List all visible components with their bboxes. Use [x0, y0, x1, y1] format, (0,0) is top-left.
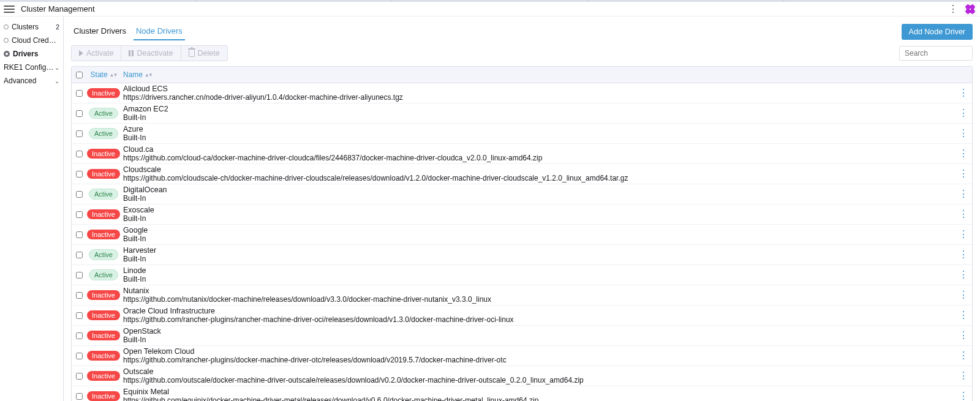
row-checkbox[interactable]: [76, 90, 83, 97]
row-kebab-icon[interactable]: ⋮: [959, 190, 968, 198]
status-badge: Inactive: [87, 209, 120, 219]
row-checkbox[interactable]: [76, 292, 83, 299]
driver-source: https://drivers.rancher.cn/node-driver-a…: [123, 93, 955, 102]
row-kebab-icon[interactable]: ⋮: [959, 312, 968, 319]
sidebar: Clusters2Cloud CredentialsDriversRKE1 Co…: [0, 17, 64, 401]
sidebar-group-rke1-configuration[interactable]: RKE1 Configuration⌄: [0, 61, 63, 74]
row-checkbox[interactable]: [76, 151, 83, 157]
driver-source: Built-In: [123, 133, 955, 142]
row-kebab-icon[interactable]: ⋮: [959, 130, 968, 137]
table-row: InactiveOpen Telekom Cloudhttps://github…: [72, 346, 972, 366]
table-header: State ▲▼ Name ▲▼: [72, 67, 972, 83]
row-checkbox[interactable]: [76, 312, 83, 319]
search-input[interactable]: [899, 46, 973, 61]
driver-source: Built-In: [123, 214, 955, 223]
driver-source: https://github.com/nutanix/docker-machin…: [123, 295, 955, 304]
row-kebab-icon[interactable]: ⋮: [959, 89, 968, 97]
table-row: ActiveLinodeBuilt-In⋮: [72, 265, 972, 285]
sidebar-badge: 2: [56, 23, 59, 31]
row-kebab-icon[interactable]: ⋮: [959, 110, 968, 117]
table-row: InactiveAlicloud ECShttps://drivers.ranc…: [72, 83, 972, 103]
table-row: ActiveDigitalOceanBuilt-In⋮: [72, 184, 972, 204]
tabs: Cluster DriversNode Drivers: [71, 23, 185, 40]
row-checkbox[interactable]: [76, 171, 83, 178]
select-all-checkbox[interactable]: [76, 72, 83, 78]
row-checkbox[interactable]: [76, 393, 83, 400]
table-row: InactiveExoscaleBuilt-In⋮: [72, 204, 972, 225]
driver-source: Built-In: [123, 255, 955, 263]
driver-source: https://github.com/cloudscale-ch/docker-…: [123, 174, 955, 182]
sidebar-item-cloud-credentials[interactable]: Cloud Credentials: [0, 34, 63, 47]
driver-name: Exoscale: [123, 206, 955, 214]
row-kebab-icon[interactable]: ⋮: [959, 251, 968, 258]
row-checkbox[interactable]: [76, 191, 83, 198]
row-kebab-icon[interactable]: ⋮: [959, 332, 968, 339]
column-state[interactable]: State ▲▼: [91, 70, 117, 79]
column-name[interactable]: Name ▲▼: [123, 70, 955, 79]
status-badge: Inactive: [87, 391, 120, 401]
row-checkbox[interactable]: [76, 110, 83, 117]
dot-fill-icon: [4, 51, 10, 57]
page-title: Cluster Management: [21, 4, 95, 13]
circle-icon: [4, 24, 9, 29]
add-node-driver-button[interactable]: Add Node Driver: [902, 24, 973, 40]
sidebar-item-drivers[interactable]: Drivers: [0, 47, 63, 61]
activate-button[interactable]: Activate: [71, 45, 121, 61]
driver-name: Alicloud ECS: [123, 84, 955, 93]
row-checkbox[interactable]: [76, 252, 83, 258]
row-kebab-icon[interactable]: ⋮: [959, 352, 968, 359]
row-checkbox[interactable]: [76, 231, 83, 238]
app-header: Cluster Management ⋮: [0, 2, 980, 17]
row-kebab-icon[interactable]: ⋮: [959, 150, 968, 157]
sidebar-item-clusters[interactable]: Clusters2: [0, 20, 63, 34]
driver-name: Oracle Cloud Infrastructure: [123, 307, 955, 315]
menu-toggle-icon[interactable]: [4, 6, 15, 13]
trash-icon: [189, 50, 195, 57]
table-row: ActiveHarvesterBuilt-In⋮: [72, 245, 972, 265]
tab-node-drivers[interactable]: Node Drivers: [134, 23, 185, 40]
tab-cluster-drivers[interactable]: Cluster Drivers: [71, 23, 129, 40]
sidebar-group-label: RKE1 Configuration: [4, 63, 55, 72]
driver-source: Built-In: [123, 194, 955, 203]
delete-button[interactable]: Delete: [181, 45, 228, 61]
sidebar-item-label: Drivers: [13, 50, 59, 58]
driver-name: Open Telekom Cloud: [123, 347, 955, 356]
row-checkbox[interactable]: [76, 373, 83, 380]
browser-tab-strip: [0, 0, 980, 2]
status-badge: Active: [89, 189, 118, 200]
driver-source: Built-In: [123, 113, 955, 122]
row-checkbox[interactable]: [76, 211, 83, 218]
status-badge: Inactive: [87, 310, 120, 320]
table-row: ActiveAmazon EC2Built-In⋮: [72, 103, 972, 124]
drivers-table: State ▲▼ Name ▲▼ InactiveAlicloud ECShtt…: [71, 66, 973, 401]
row-kebab-icon[interactable]: ⋮: [959, 392, 968, 400]
table-row: InactiveOpenStackBuilt-In⋮: [72, 326, 972, 346]
row-kebab-icon[interactable]: ⋮: [959, 231, 968, 238]
bulk-action-group: Activate Deactivate Delete: [71, 45, 228, 61]
table-row: InactiveCloud.cahttps://github.com/cloud…: [72, 144, 972, 164]
play-icon: [79, 50, 83, 56]
row-kebab-icon[interactable]: ⋮: [959, 291, 968, 299]
row-checkbox[interactable]: [76, 353, 83, 359]
row-kebab-icon[interactable]: ⋮: [959, 211, 968, 218]
row-checkbox[interactable]: [76, 130, 83, 137]
row-kebab-icon[interactable]: ⋮: [959, 271, 968, 279]
table-row: ActiveAzureBuilt-In⋮: [72, 124, 972, 144]
sidebar-item-label: Clusters: [12, 23, 56, 31]
driver-source: https://github.com/equinix/docker-machin…: [123, 396, 955, 401]
status-badge: Inactive: [87, 88, 120, 98]
avatar[interactable]: [964, 3, 976, 15]
status-badge: Active: [89, 108, 118, 119]
driver-name: Azure: [123, 125, 955, 133]
driver-source: https://github.com/cloud-ca/docker-machi…: [123, 154, 955, 162]
sidebar-group-advanced[interactable]: Advanced⌄: [0, 74, 63, 88]
main-content: Cluster DriversNode Drivers Add Node Dri…: [64, 17, 980, 401]
header-kebab-icon[interactable]: ⋮: [946, 3, 960, 15]
row-kebab-icon[interactable]: ⋮: [959, 170, 968, 178]
table-row: InactiveGoogleBuilt-In⋮: [72, 225, 972, 245]
table-row: InactiveOutscalehttps://github.com/outsc…: [72, 366, 972, 386]
row-kebab-icon[interactable]: ⋮: [959, 372, 968, 380]
deactivate-button[interactable]: Deactivate: [121, 45, 181, 61]
row-checkbox[interactable]: [76, 272, 83, 279]
row-checkbox[interactable]: [76, 332, 83, 339]
